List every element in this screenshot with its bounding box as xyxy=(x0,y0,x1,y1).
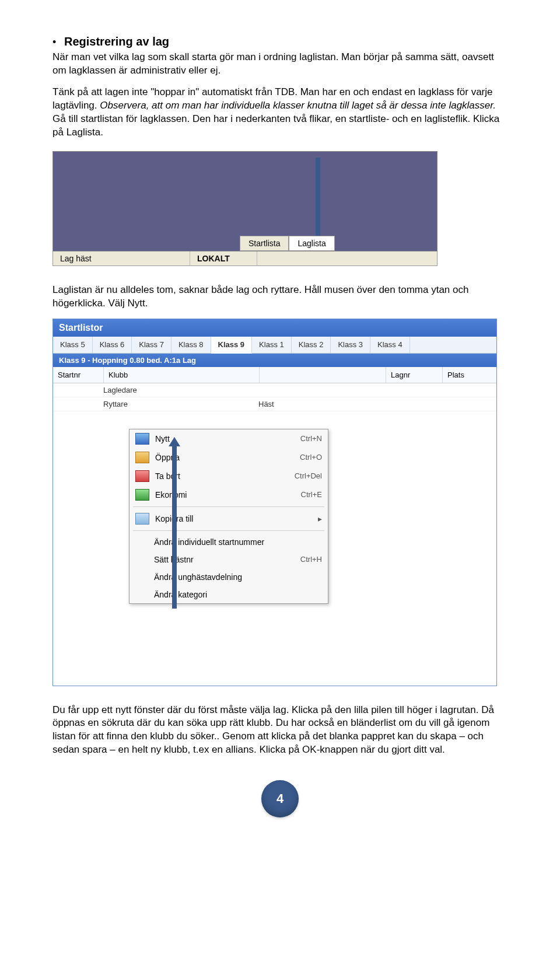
page-number-badge: 4 xyxy=(261,780,299,817)
menu-andra-kategori-label: Ändra kategori xyxy=(154,590,322,599)
section-heading: Registrering av lag xyxy=(64,35,169,48)
subheader-row-1: Lagledare xyxy=(53,383,496,397)
paragraph-1: När man vet vilka lag som skall starta g… xyxy=(52,51,508,78)
tab-klass-5[interactable]: Klass 5 xyxy=(53,337,93,353)
tab-laglista[interactable]: Laglista xyxy=(289,236,334,251)
screenshot-startlistor: Startlistor Klass 5 Klass 6 Klass 7 Klas… xyxy=(52,319,497,686)
window-title: Startlistor xyxy=(53,319,496,337)
menu-satt-hastnr-shortcut: Ctrl+H xyxy=(300,555,322,564)
new-icon xyxy=(135,433,149,445)
tab-klass-8[interactable]: Klass 8 xyxy=(172,337,211,353)
menu-nytt-shortcut: Ctrl+N xyxy=(300,434,322,443)
paragraph-4: Du får upp ett nytt fönster där du först… xyxy=(52,704,508,757)
open-icon xyxy=(135,452,149,463)
menu-nytt[interactable]: Nytt Ctrl+N xyxy=(130,429,328,448)
tab-klass-4[interactable]: Klass 4 xyxy=(370,337,410,353)
menu-separator-2 xyxy=(133,530,324,531)
tab-klass-3[interactable]: Klass 3 xyxy=(331,337,370,353)
screenshot-tabs-canvas: Startlista Laglista xyxy=(52,151,438,251)
blank-icon xyxy=(135,537,148,547)
menu-kopiera-till[interactable]: Kopiera till xyxy=(130,509,328,528)
bullet-icon: • xyxy=(52,37,64,47)
list-body[interactable]: Nytt Ctrl+N Öppna Ctrl+O Ta bort Ctrl+De… xyxy=(53,411,496,686)
blank-icon xyxy=(135,572,148,582)
status-bar: Lag häst LOKALT xyxy=(52,251,438,266)
menu-andra-startnummer-label: Ändra individuellt startnummer xyxy=(154,537,322,547)
screenshot-tabs: Startlista Laglista Lag häst LOKALT xyxy=(52,151,438,266)
paragraph-3: Laglistan är nu alldeles tom, saknar båd… xyxy=(52,284,508,310)
sub-hast: Häst xyxy=(254,397,380,411)
sub-ryttare: Ryttare xyxy=(99,397,254,411)
menu-andra-startnummer[interactable]: Ändra individuellt startnummer xyxy=(130,533,328,551)
menu-oppna-label: Öppna xyxy=(155,453,300,462)
menu-tabort[interactable]: Ta bort Ctrl+Del xyxy=(130,467,328,485)
menu-oppna-shortcut: Ctrl+O xyxy=(300,453,322,462)
arrow-down-icon xyxy=(316,158,320,239)
paragraph-2c: Gå till startlistan för lagklassen. Den … xyxy=(52,113,499,138)
paragraph-2: Tänk på att lagen inte "hoppar in" autom… xyxy=(52,86,508,139)
menu-separator-1 xyxy=(133,506,324,507)
tab-klass-1[interactable]: Klass 1 xyxy=(252,337,292,353)
blank-icon xyxy=(135,554,148,565)
paragraph-2b: Observera, att om man har individuella k… xyxy=(100,100,496,111)
menu-satt-hastnr[interactable]: Sätt hästnr Ctrl+H xyxy=(130,551,328,568)
klass-tabs: Klass 5 Klass 6 Klass 7 Klass 8 Klass 9 … xyxy=(53,337,496,354)
arrow-up-icon xyxy=(172,445,177,609)
menu-andra-unghast-label: Ändra unghästavdelning xyxy=(154,572,322,582)
col-startnr[interactable]: Startnr xyxy=(53,367,104,383)
tab-klass-7[interactable]: Klass 7 xyxy=(132,337,172,353)
tab-klass-2[interactable]: Klass 2 xyxy=(292,337,331,353)
col-klubb[interactable]: Klubb xyxy=(104,367,260,383)
sub-lagledare: Lagledare xyxy=(99,383,254,397)
economy-icon xyxy=(135,489,149,501)
subheader-row-2: Ryttare Häst xyxy=(53,397,496,411)
status-lokalt: LOKALT xyxy=(190,251,257,265)
menu-ekonomi[interactable]: Ekonomi Ctrl+E xyxy=(130,485,328,504)
status-lag-hast: Lag häst xyxy=(53,251,190,265)
menu-oppna[interactable]: Öppna Ctrl+O xyxy=(130,448,328,467)
context-menu: Nytt Ctrl+N Öppna Ctrl+O Ta bort Ctrl+De… xyxy=(129,429,328,604)
menu-kopiera-label: Kopiera till xyxy=(155,514,313,523)
tab-klass-9[interactable]: Klass 9 xyxy=(211,337,253,354)
bottom-tabs: Startlista Laglista xyxy=(240,236,335,251)
col-plats[interactable]: Plats xyxy=(443,367,496,383)
blank-icon xyxy=(135,589,148,600)
menu-tabort-shortcut: Ctrl+Del xyxy=(295,471,322,480)
status-empty xyxy=(257,251,437,265)
copy-icon xyxy=(135,513,149,525)
tab-klass-6[interactable]: Klass 6 xyxy=(93,337,132,353)
column-headers: Startnr Klubb Lagnr Plats xyxy=(53,367,496,383)
menu-ekonomi-shortcut: Ctrl+E xyxy=(301,490,322,499)
menu-andra-kategori[interactable]: Ändra kategori xyxy=(130,586,328,603)
tab-startlista[interactable]: Startlista xyxy=(240,236,289,251)
col-hast-empty[interactable] xyxy=(260,367,386,383)
col-lagnr[interactable]: Lagnr xyxy=(386,367,443,383)
delete-icon xyxy=(135,470,149,482)
heading-row: • Registrering av lag xyxy=(52,35,508,51)
klass-description: Klass 9 - Hoppning 0.80 bed. A:1a Lag xyxy=(53,354,496,367)
menu-andra-unghast[interactable]: Ändra unghästavdelning xyxy=(130,568,328,586)
menu-ekonomi-label: Ekonomi xyxy=(155,490,301,499)
